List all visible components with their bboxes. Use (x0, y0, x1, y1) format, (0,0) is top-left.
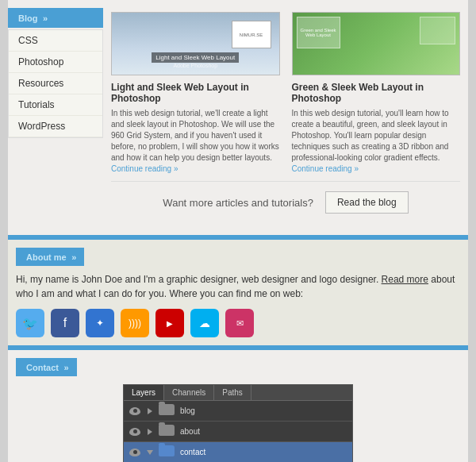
contact-header[interactable]: Contact » (16, 358, 77, 376)
post-1-image: NIMUR.SE Light and Sleek Web Layout Adob… (111, 12, 280, 75)
sidebar-item-photoshop[interactable]: Photoshop (9, 52, 102, 73)
arrow-about[interactable] (144, 429, 155, 435)
sidebar-header-label: Blog (18, 13, 37, 23)
eye-contact[interactable] (128, 445, 142, 460)
post-1-title[interactable]: Light and Sleek Web Layout in Photoshop (111, 82, 280, 104)
social-other[interactable]: ✉ (225, 309, 254, 337)
post-2-read-more[interactable]: Continue reading » (292, 164, 359, 173)
blog-cta: Want more articles and tutorials? Read t… (111, 181, 460, 223)
layer-row-contact[interactable]: contact (124, 442, 352, 462)
about-text: Hi, my name is John Doe and I'm a graphi… (16, 272, 460, 301)
sidebar-header-arrow: » (43, 13, 48, 23)
blog-posts: NIMUR.SE Light and Sleek Web Layout Adob… (111, 12, 460, 175)
layers-header: Layers Channels Paths (124, 385, 352, 401)
post-2-title[interactable]: Green & Sleek Web Layout in Photoshop (292, 82, 461, 104)
social-skype[interactable]: ☁ (190, 309, 219, 337)
post-1-text: In this web design tutorial, we'll creat… (111, 108, 280, 175)
arrow-contact[interactable] (144, 450, 155, 455)
about-header[interactable]: About me » (16, 248, 84, 266)
about-header-label: About me (26, 252, 67, 262)
social-feed[interactable]: )))) (121, 309, 149, 337)
post-1-image-label: Light and Sleek Web Layout (152, 52, 239, 63)
tab-layers[interactable]: Layers (124, 385, 164, 400)
eye-about[interactable] (128, 425, 142, 439)
post-1-read-more[interactable]: Continue reading » (111, 164, 178, 173)
folder-icon-blog (159, 404, 175, 418)
contact-header-label: Contact (26, 363, 59, 372)
sidebar-item-resources[interactable]: Resources (9, 73, 102, 94)
folder-icon-contact (159, 445, 175, 460)
social-delicious[interactable]: ✦ (86, 309, 114, 337)
blog-post-2: Green and Sleek Web Layout Green & Sleek… (292, 12, 461, 175)
social-twitter[interactable]: 🐦 (16, 309, 44, 337)
layer-row-about[interactable]: about (124, 422, 352, 442)
about-header-arrow: » (71, 252, 76, 262)
layer-name-blog: blog (178, 406, 348, 415)
sidebar: Blog » CSS Photoshop Resources Tutorials… (8, 8, 103, 227)
read-more-link[interactable]: Read more (382, 274, 428, 285)
blog-section: Blog » CSS Photoshop Resources Tutorials… (8, 0, 468, 235)
social-icons: 🐦 f ✦ )))) ▶ ☁ ✉ (16, 309, 460, 337)
eye-blog[interactable] (128, 404, 142, 418)
social-youtube[interactable]: ▶ (155, 309, 184, 337)
layer-row-blog[interactable]: blog (124, 401, 352, 422)
sidebar-item-wordpress[interactable]: WordPress (9, 116, 102, 137)
sidebar-nav: CSS Photoshop Resources Tutorials WordPr… (8, 29, 103, 138)
folder-icon-about (159, 425, 175, 439)
layers-panel: Layers Channels Paths blog about (123, 384, 353, 462)
about-section: About me » Hi, my name is John Doe and I… (8, 237, 468, 345)
blog-cta-text: Want more articles and tutorials? (163, 197, 313, 209)
arrow-blog[interactable] (144, 408, 155, 414)
layer-name-contact: contact (178, 448, 348, 456)
sidebar-item-tutorials[interactable]: Tutorials (9, 94, 102, 116)
contact-section: Contact » Layers Channels Paths blog (8, 348, 468, 462)
blog-content: NIMUR.SE Light and Sleek Web Layout Adob… (103, 8, 468, 227)
blog-post-1: NIMUR.SE Light and Sleek Web Layout Adob… (111, 12, 280, 175)
post-2-text: In this web design tutorial, you'll lear… (292, 108, 461, 175)
social-facebook[interactable]: f (51, 309, 79, 337)
contact-header-arrow: » (64, 363, 69, 372)
sidebar-header[interactable]: Blog » (8, 8, 103, 28)
post-1-image-sublabel: Adobe Photoshop (112, 63, 279, 68)
sidebar-item-css[interactable]: CSS (9, 30, 102, 52)
post-2-image: Green and Sleek Web Layout (292, 12, 461, 75)
tab-paths[interactable]: Paths (214, 385, 251, 400)
read-blog-button[interactable]: Read the blog (325, 191, 409, 214)
layer-name-about: about (178, 427, 348, 436)
tab-channels[interactable]: Channels (164, 385, 214, 400)
post-2-image-label: Green and Sleek Web Layout (297, 17, 340, 48)
